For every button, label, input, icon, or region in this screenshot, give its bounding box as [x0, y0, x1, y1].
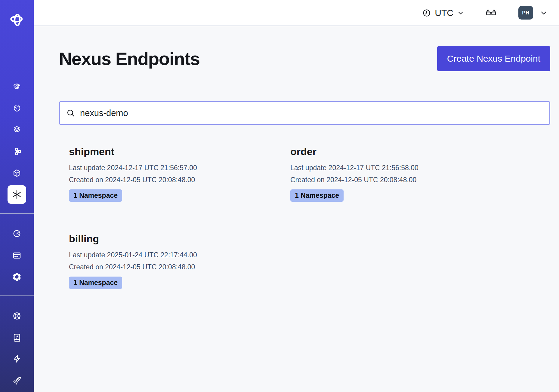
sidebar-item-batch[interactable]: [8, 120, 26, 139]
endpoint-name[interactable]: shipment: [69, 146, 290, 158]
sidebar-divider: [0, 213, 34, 214]
page-title: Nexus Endpoints: [59, 48, 200, 69]
sidebar-item-namespaces[interactable]: [8, 164, 26, 182]
endpoint-name[interactable]: order: [290, 146, 512, 158]
namespace-count-badge: 1 Namespace: [290, 189, 344, 202]
timezone-label: UTC: [435, 8, 453, 18]
sidebar-item-deployments[interactable]: [8, 142, 26, 161]
sidebar-item-nexus[interactable]: [8, 185, 26, 204]
search-box: [59, 101, 550, 125]
sidebar-item-getting-started[interactable]: [8, 372, 26, 390]
workflows-icon: [12, 82, 21, 91]
sidebar-item-settings[interactable]: [8, 268, 26, 286]
endpoint-last-update: Last update 2025-01-24 UTC 22:17:44.00: [69, 249, 290, 261]
endpoint-last-update: Last update 2024-12-17 UTC 21:56:57.00: [69, 162, 290, 174]
endpoint-card[interactable]: order Last update 2024-12-17 UTC 21:56:5…: [290, 146, 512, 202]
sidebar-item-schedules[interactable]: [8, 99, 26, 118]
create-nexus-endpoint-button[interactable]: Create Nexus Endpoint: [437, 46, 550, 71]
chevron-down-icon: [540, 9, 548, 17]
namespace-count-badge: 1 Namespace: [69, 189, 122, 202]
feedback-zap-icon: [12, 354, 21, 363]
billing-card-icon: [12, 251, 21, 260]
getting-started-rocket-icon: [12, 376, 21, 385]
page-content: Nexus Endpoints Create Nexus Endpoint sh…: [34, 26, 559, 392]
sidebar-item-feedback[interactable]: [8, 350, 26, 368]
endpoint-card[interactable]: billing Last update 2025-01-24 UTC 22:17…: [69, 233, 290, 289]
batch-icon: [12, 125, 21, 134]
namespace-count-badge: 1 Namespace: [69, 277, 122, 289]
endpoint-created: Created on 2024-12-05 UTC 20:08:48.00: [69, 261, 290, 273]
nexus-asterisk-icon: [11, 189, 22, 200]
topbar: UTC PH: [34, 0, 559, 26]
main-shell: UTC PH Nexus Endpoints Create Nexus Endp…: [34, 0, 559, 392]
timezone-selector[interactable]: UTC: [422, 8, 464, 18]
avatar[interactable]: PH: [518, 6, 533, 20]
usage-gauge-icon: [12, 229, 21, 238]
account-menu[interactable]: PH: [518, 6, 548, 20]
sidebar-item-billing[interactable]: [8, 246, 26, 265]
page-header: Nexus Endpoints Create Nexus Endpoint: [59, 46, 550, 71]
endpoint-created: Created on 2024-12-05 UTC 20:08:48.00: [290, 174, 512, 186]
namespaces-icon: [12, 169, 21, 178]
sidebar-divider: [0, 296, 34, 296]
deployments-icon: [12, 147, 21, 156]
schedules-icon: [12, 104, 21, 113]
data-encoder-button[interactable]: [485, 7, 497, 19]
temporal-logo[interactable]: [9, 11, 25, 28]
glasses-icon: [485, 7, 497, 19]
sidebar-item-workflows[interactable]: [8, 77, 26, 96]
endpoint-last-update: Last update 2024-12-17 UTC 21:56:58.00: [290, 162, 512, 174]
settings-gear-icon: [12, 272, 21, 281]
sidebar-item-usage[interactable]: [8, 224, 26, 243]
support-lifebuoy-icon: [12, 311, 21, 320]
search-input[interactable]: [80, 108, 543, 118]
endpoint-card[interactable]: shipment Last update 2024-12-17 UTC 21:5…: [69, 146, 290, 202]
search-icon: [66, 108, 76, 118]
clock-icon: [422, 8, 431, 17]
sidebar-item-support[interactable]: [8, 307, 26, 325]
sidebar: [0, 0, 34, 392]
endpoint-list: shipment Last update 2024-12-17 UTC 21:5…: [69, 146, 550, 289]
sidebar-item-docs[interactable]: [8, 328, 26, 347]
endpoint-name[interactable]: billing: [69, 233, 290, 245]
docs-book-icon: [12, 333, 21, 342]
chevron-down-icon: [457, 9, 464, 17]
endpoint-created: Created on 2024-12-05 UTC 20:08:48.00: [69, 174, 290, 186]
